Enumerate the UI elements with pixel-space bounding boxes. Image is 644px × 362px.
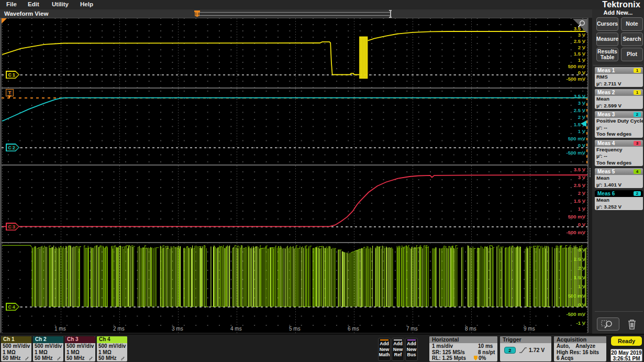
add-new-math-button[interactable]: AddNewMath <box>378 338 391 361</box>
datetime-display: 20 May 2019 3:26:51 PM <box>610 349 642 361</box>
waveform-plot[interactable]: 3.5 V3 V2.5 V2 V1.5 V1 V500 mV0 V-500 mV… <box>0 18 589 333</box>
status-badge: Ready <box>611 336 642 346</box>
x-axis-tick: 8 ms <box>465 326 476 332</box>
menu-bar: FileEditUtilityHelp <box>0 0 644 9</box>
x-axis-tick: 9 ms <box>524 326 535 332</box>
tektronix-logo: Tektronix <box>602 0 640 9</box>
channel-label: Ch 1 <box>1 336 31 343</box>
measurement-name: Meas 6 <box>597 191 615 196</box>
measurement-card-1[interactable]: Meas 11RMSμ': 2.711 V <box>595 67 643 87</box>
slice-separator <box>2 242 589 243</box>
trigger-title: Trigger <box>500 336 551 343</box>
measurement-source-badge: 3 <box>634 141 641 146</box>
results-table-button[interactable]: Results Table <box>596 48 618 61</box>
horizontal-panel[interactable]: Horizontal 1 ms/div10 msSR: 125 MS/s8 ns… <box>429 336 497 361</box>
channel-badge-1[interactable]: Ch 1500 mV/div1 MΩ50 MHz <box>1 336 31 361</box>
zoom-corner-button[interactable] <box>573 19 587 34</box>
trigger-level: 1.72 V <box>529 347 545 353</box>
x-axis-tick: 2 ms <box>113 326 125 332</box>
channel-setting: 50 MHz <box>97 355 127 361</box>
channel-setting: 50 MHz <box>65 355 95 361</box>
waveform-view-titlebar: Waveform View <box>0 9 592 18</box>
measurement-source-badge: 4 <box>634 169 641 174</box>
horizontal-title: Horizontal <box>429 336 497 343</box>
waveform-slice-ch1[interactable]: 3.5 V3 V2.5 V2 V1.5 V1 V500 mV0 V-500 mV… <box>2 18 587 87</box>
horizontal-row: 1 ms/div10 ms <box>429 343 497 349</box>
measurement-row: RMS <box>595 74 643 81</box>
measurement-row: μ': -- <box>595 125 643 131</box>
trigger-panel[interactable]: Trigger 2 1.72 V <box>500 336 551 361</box>
measure-button[interactable]: Measure <box>596 32 618 46</box>
add-new-bus-button[interactable]: AddNewBus <box>405 338 418 361</box>
acquisition-row: Auto, Analyze <box>554 343 606 349</box>
bandwidth-icon <box>120 356 126 361</box>
measurement-card-4[interactable]: Meas 43Frequencyμ': --Too few edges <box>595 140 643 167</box>
acquisition-row: High Res: 16 bits <box>554 349 606 356</box>
waveform-slice-ch3[interactable]: 3.5 V3 V2.5 V2 V1.5 V1 V500 mV0 V-500 mV… <box>2 166 587 242</box>
slice-separator <box>2 164 589 166</box>
measurement-card-3[interactable]: Meas 32Positive Duty Cycleμ': --Too few … <box>595 111 643 138</box>
trigger-badge[interactable]: T <box>6 89 14 96</box>
waveform-view-title: Waveform View <box>4 10 48 17</box>
measurement-row: Mean <box>595 197 643 204</box>
trace-ch4 <box>2 243 587 333</box>
channel-setting: 500 mV/div <box>65 343 95 349</box>
menu-file[interactable]: File <box>6 1 17 7</box>
bandwidth-icon <box>57 356 62 361</box>
waveform-slice-ch2[interactable]: 3.5 V3 V2.5 V2 V1.5 V1 V500 mV0 V-500 mV… <box>2 89 587 164</box>
x-axis-tick: 4 ms <box>230 326 242 332</box>
bandwidth-icon <box>25 356 30 361</box>
measurement-row: μ': 2.599 V <box>595 103 643 109</box>
channel-label: Ch 2 <box>33 336 63 343</box>
trigger-position-marker[interactable] <box>194 10 200 17</box>
panel-divider <box>593 65 643 65</box>
add-new-label: Add New... <box>592 9 644 16</box>
x-axis-tick: 7 ms <box>406 326 418 332</box>
channel-setting: 50 MHz <box>1 355 31 361</box>
measurement-row: μ': 2.711 V <box>595 81 643 87</box>
menu-edit[interactable]: Edit <box>28 1 39 7</box>
measurement-row: Mean <box>595 175 643 182</box>
acquisition-row: 6 Acqs <box>554 355 606 361</box>
horizontal-row: RL: 1.25 Mpts0% <box>429 355 497 361</box>
x-axis-tick: 5 ms <box>289 326 301 332</box>
channel-badge-2[interactable]: Ch 2500 mV/div1 MΩ50 MHz <box>33 336 63 361</box>
measurement-card-2[interactable]: Meas 21Meanμ': 2.599 V <box>595 89 643 109</box>
channel-badge-4[interactable]: Ch 4500 mV/div1 MΩ50 MHz <box>97 336 127 361</box>
measurement-row: μ': 3.252 V <box>595 204 643 211</box>
panel-divider <box>595 311 643 312</box>
oscilloscope-app: FileEditUtilityHelp Waveform View 3.5 V3… <box>0 0 644 362</box>
trigger-position-icon <box>474 356 478 360</box>
trigger-level-arrow[interactable] <box>581 120 586 127</box>
trash-button[interactable] <box>626 317 638 331</box>
channel-badge-3[interactable]: Ch 3500 mV/div1 MΩ50 MHz <box>65 336 95 361</box>
measurement-name: Meas 3 <box>597 112 615 117</box>
channel-setting: 1 MΩ <box>33 349 63 356</box>
bandwidth-icon <box>88 356 94 361</box>
search-button[interactable]: Search <box>621 32 643 46</box>
trigger-source-badge: 2 <box>504 347 516 354</box>
measurement-row: μ': -- <box>595 153 643 160</box>
menu-utility[interactable]: Utility <box>52 1 69 7</box>
measurement-source-badge: 2 <box>634 191 641 196</box>
zoom-tool-button[interactable] <box>597 317 619 331</box>
trace-ch1 <box>2 18 587 87</box>
note-button[interactable]: Note <box>621 17 643 31</box>
measurement-row: Frequency <box>595 147 643 153</box>
plot-button[interactable]: Plot <box>621 48 643 61</box>
measurement-card-5[interactable]: Meas 54Meanμ': 1.401 V <box>595 168 643 188</box>
cursors-button[interactable]: Cursors <box>596 17 618 31</box>
trace-ch2 <box>2 89 587 164</box>
acquisition-panel[interactable]: Acquisition Auto, AnalyzeHigh Res: 16 bi… <box>554 336 606 361</box>
menu-help[interactable]: Help <box>80 1 93 7</box>
measurement-card-6[interactable]: Meas 62Meanμ': 3.252 V <box>595 190 643 210</box>
waveform-slice-ch4[interactable]: 3 V2.5 V2 V1.5 V1 V500 mV0 V-500 mV-1 VC… <box>2 243 587 333</box>
bottom-bar: Horizontal 1 ms/div10 msSR: 125 MS/s8 ns… <box>0 334 644 362</box>
channel-setting: 1 MΩ <box>97 349 127 356</box>
measurement-source-badge: 1 <box>634 68 641 73</box>
horizontal-overview-slider[interactable] <box>194 9 398 18</box>
panel-drag-handle[interactable] <box>590 168 591 177</box>
acquisition-title: Acquisition <box>554 336 606 343</box>
measurement-row: Positive Duty Cycle <box>595 118 643 125</box>
add-new-ref-button[interactable]: AddNewRef <box>392 338 404 361</box>
